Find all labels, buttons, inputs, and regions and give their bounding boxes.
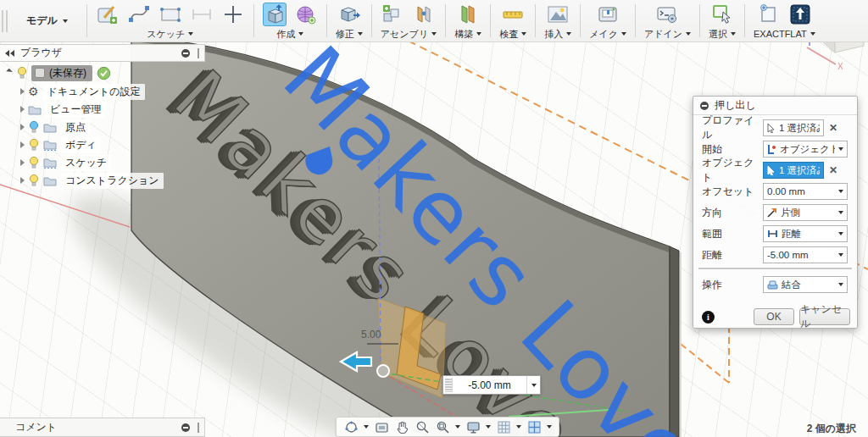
modify-menu[interactable]: 修正 (336, 28, 363, 40)
sketch-menu[interactable]: スケッチ (147, 28, 193, 40)
visibility-bulb-icon[interactable] (28, 174, 40, 187)
visibility-bulb-icon[interactable] (28, 138, 40, 152)
exactflat-export-icon[interactable] (788, 3, 812, 26)
tree-row-origin[interactable]: 原点 (20, 119, 90, 135)
spline-icon[interactable] (127, 3, 151, 26)
visibility-bulb-icon[interactable] (28, 156, 40, 169)
offset-row: オフセット 0.00 mm (693, 183, 857, 200)
tree-item-label[interactable]: ビュー管理 (46, 102, 106, 118)
dialog-handle-icon[interactable] (700, 102, 709, 110)
construct-menu[interactable]: 構築 (454, 28, 481, 40)
zoom-icon[interactable] (415, 419, 430, 434)
construction-plane-icon[interactable] (456, 3, 480, 26)
tree-row-sketches[interactable]: スケッチ (20, 155, 111, 170)
toolbar-grip[interactable] (0, 0, 8, 41)
profile-selection-chip[interactable]: 1 選択済み (763, 119, 824, 136)
panel-resize-grip[interactable] (198, 48, 199, 58)
select-tool-icon[interactable] (710, 3, 734, 26)
tree-row-document-settings[interactable]: ⚙ ドキュメントの設定 (20, 84, 145, 99)
measure-icon[interactable] (501, 3, 525, 26)
look-at-icon[interactable] (374, 419, 389, 434)
tree-row-document-root[interactable]: (未保存) (8, 65, 111, 80)
display-dropdown-caret[interactable] (486, 425, 491, 429)
insert-menu[interactable]: 挿入 (544, 28, 571, 40)
operation-dropdown[interactable]: 結合 (763, 276, 848, 293)
tree-item-label[interactable]: 原点 (61, 119, 90, 136)
grid-dropdown-caret[interactable] (516, 425, 521, 429)
distance-input[interactable]: -5.00 mm (763, 246, 848, 263)
expand-arrow-icon[interactable] (20, 88, 25, 95)
make-3dprint-icon[interactable] (596, 3, 620, 26)
point-icon[interactable] (221, 3, 245, 26)
visibility-bulb-icon[interactable] (16, 66, 28, 80)
tree-row-view-management[interactable]: ビュー管理 (20, 102, 106, 117)
dimension-icon[interactable] (190, 3, 214, 26)
distance-input-value[interactable]: -5.00 mm (453, 379, 526, 391)
rectangle-icon[interactable] (159, 3, 182, 26)
offset-input[interactable]: 0.00 mm (763, 183, 848, 200)
inspect-menu[interactable]: 検査 (499, 28, 526, 40)
viewports-icon[interactable] (526, 419, 542, 434)
collapse-panel-icon[interactable] (5, 50, 14, 57)
zoom-window-icon[interactable] (435, 419, 450, 434)
press-pull-icon[interactable] (337, 3, 361, 26)
distance-input-dropdown[interactable] (526, 376, 540, 394)
exactflat-menu[interactable]: EXACTFLAT (754, 28, 815, 40)
extrude-tool-icon[interactable] (263, 3, 287, 26)
tree-item-label[interactable]: ボディ (61, 137, 101, 153)
orbit-icon[interactable] (343, 419, 359, 434)
make-menu[interactable]: メイク (589, 28, 626, 40)
toolbar-group-create: 作成 (258, 0, 323, 41)
viewports-dropdown-caret[interactable] (547, 425, 552, 429)
pan-icon[interactable] (394, 419, 409, 434)
object-clear-button[interactable]: ✕ (829, 164, 837, 176)
addins-menu[interactable]: アドイン (644, 28, 691, 40)
tree-item-label[interactable]: ドキュメントの設定 (43, 84, 145, 100)
create-menu[interactable]: 作成 (276, 28, 303, 40)
object-selection-chip[interactable]: 1 選択済み (763, 162, 824, 179)
cursor-icon (767, 123, 776, 133)
dialog-titlebar[interactable]: 押し出し (693, 97, 857, 115)
extrude-dialog[interactable]: 押し出し プロファイル 1 選択済み ✕ 開始 オブジェクトから オブジェクト … (693, 96, 858, 329)
zoom-dropdown-caret[interactable] (455, 425, 460, 429)
toolbar-group-insert: 挿入 (539, 0, 576, 41)
panel-handle-icon[interactable] (181, 423, 190, 432)
new-component-icon[interactable] (381, 3, 404, 26)
start-dropdown[interactable]: オブジェクトから (763, 141, 848, 158)
orbit-dropdown-caret[interactable] (364, 425, 369, 429)
tree-item-label[interactable]: スケッチ (61, 155, 111, 171)
create-sketch-icon[interactable] (96, 3, 120, 26)
expand-arrow-icon[interactable] (20, 159, 25, 166)
document-root-item[interactable]: (未保存) (31, 65, 92, 81)
input-drag-grip[interactable] (445, 378, 453, 392)
visibility-bulb-icon[interactable] (28, 120, 40, 134)
assembly-menu[interactable]: アセンブリ (381, 28, 437, 40)
distance-input-box[interactable]: -5.00 mm (442, 375, 541, 395)
ok-button[interactable]: OK (754, 308, 794, 325)
comments-bar[interactable]: コメント (0, 418, 205, 437)
extent-dropdown[interactable]: 距離 (763, 225, 848, 242)
expand-arrow-icon[interactable] (20, 177, 25, 184)
exactflat-shape-icon[interactable] (757, 3, 781, 26)
form-tool-icon[interactable] (294, 3, 318, 26)
scripts-addins-icon[interactable] (655, 3, 679, 26)
direction-dropdown[interactable]: 片側 (763, 204, 848, 221)
expand-arrow-icon[interactable] (20, 124, 25, 130)
expand-arrow-icon[interactable] (20, 106, 25, 113)
profile-clear-button[interactable]: ✕ (829, 122, 837, 134)
insert-image-icon[interactable] (546, 3, 570, 26)
cancel-button[interactable]: キャンセル (799, 308, 850, 325)
panel-handle-icon[interactable] (181, 49, 190, 58)
workspace-menu[interactable]: モデル (8, 0, 83, 41)
select-menu[interactable]: 選択 (709, 28, 736, 40)
browser-header[interactable]: ブラウザ (0, 44, 205, 62)
panel-resize-grip[interactable] (198, 423, 199, 433)
display-settings-icon[interactable] (465, 419, 481, 434)
joint-icon[interactable] (412, 3, 436, 26)
grid-settings-icon[interactable] (496, 419, 511, 434)
tree-item-label[interactable]: コンストラクション (61, 173, 164, 189)
tree-row-construction[interactable]: コンストラクション (20, 173, 164, 188)
tree-row-bodies[interactable]: ボディ (20, 137, 101, 152)
info-icon[interactable]: i (702, 311, 715, 324)
expand-arrow-icon[interactable] (20, 141, 25, 148)
